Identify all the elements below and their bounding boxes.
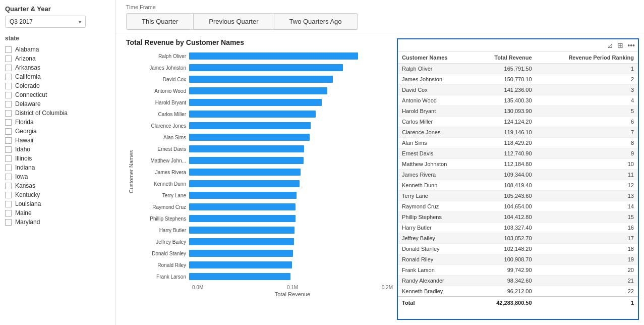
- cell-rank: 3: [536, 85, 638, 95]
- state-checkbox[interactable]: [5, 128, 12, 135]
- cell-name: Jeffrey Bailey: [398, 233, 473, 244]
- state-item[interactable]: Delaware: [5, 99, 110, 109]
- state-item[interactable]: District of Columbia: [5, 109, 110, 118]
- state-item[interactable]: Maine: [5, 208, 110, 218]
- main-content: Time Frame This QuarterPrevious QuarterT…: [116, 0, 644, 325]
- bar-fill: [189, 145, 304, 152]
- state-checkbox[interactable]: [5, 92, 12, 98]
- state-checkbox[interactable]: [5, 146, 12, 153]
- state-item[interactable]: California: [5, 72, 110, 81]
- quarter-year-dropdown[interactable]: Q3 2017 ▾: [5, 16, 86, 28]
- more-icon[interactable]: •••: [627, 41, 635, 49]
- chart-section: Total Revenue by Customer Names Customer…: [126, 38, 393, 320]
- state-name: Alabama: [15, 46, 39, 53]
- state-item[interactable]: Indiana: [5, 163, 110, 172]
- state-checkbox[interactable]: [5, 201, 12, 207]
- state-checkbox[interactable]: [5, 183, 12, 189]
- state-item[interactable]: Arkansas: [5, 63, 110, 72]
- state-item[interactable]: Kansas: [5, 181, 110, 190]
- table-row: James Rivera 109,344.00 11: [398, 170, 638, 180]
- state-checkbox[interactable]: [5, 192, 12, 198]
- bar-label: Harold Bryant: [136, 100, 189, 105]
- cell-rank: 2: [536, 74, 638, 85]
- state-item[interactable]: Connecticut: [5, 90, 110, 99]
- state-checkbox[interactable]: [5, 46, 12, 53]
- filter-icon[interactable]: ⊿: [607, 41, 613, 49]
- sidebar-title: Quarter & Year: [5, 5, 110, 13]
- state-checkbox[interactable]: [5, 155, 12, 162]
- state-item[interactable]: Hawaii: [5, 136, 110, 145]
- cell-rank: 21: [536, 276, 638, 286]
- table-row: James Johnston 150,770.10 2: [398, 74, 638, 85]
- state-checkbox[interactable]: [5, 101, 12, 107]
- state-checkbox[interactable]: [5, 110, 12, 117]
- tf-btn-previous-quarter[interactable]: Previous Quarter: [194, 13, 274, 30]
- state-checkbox[interactable]: [5, 174, 12, 180]
- bar-container: [189, 111, 393, 118]
- cell-rank: 13: [536, 191, 638, 201]
- state-item[interactable]: Florida: [5, 118, 110, 127]
- table-section: ⊿ ⊞ ••• Customer Names Total Revenue Rev…: [397, 38, 639, 320]
- state-item[interactable]: Colorado: [5, 81, 110, 90]
- state-checkbox[interactable]: [5, 65, 12, 71]
- state-item[interactable]: Iowa: [5, 172, 110, 181]
- revenue-table: Customer Names Total Revenue Revenue Per…: [398, 52, 638, 308]
- table-row: Clarence Jones 119,146.10 7: [398, 127, 638, 138]
- cell-rank: 16: [536, 223, 638, 233]
- bar-row: Ralph Oliver: [136, 50, 393, 62]
- state-item[interactable]: Arizona: [5, 54, 110, 63]
- table-row: Ernest Davis 112,740.90 9: [398, 148, 638, 159]
- chevron-down-icon: ▾: [79, 19, 81, 25]
- tf-btn-two-quarters-ago[interactable]: Two Quarters Ago: [274, 13, 358, 30]
- state-checkbox[interactable]: [5, 56, 12, 62]
- state-checkbox[interactable]: [5, 137, 12, 144]
- cell-revenue: 112,740.90: [473, 148, 536, 159]
- bar-label: Ronald Riley: [136, 262, 189, 268]
- col-customer-names: Customer Names: [398, 52, 473, 64]
- state-item[interactable]: Georgia: [5, 127, 110, 136]
- state-checkbox[interactable]: [5, 74, 12, 80]
- bar-row: Harry Butler: [136, 225, 393, 236]
- cell-name: Phillip Stephens: [398, 212, 473, 223]
- state-checkbox[interactable]: [5, 119, 12, 126]
- cell-name: David Cox: [398, 85, 473, 95]
- state-checkbox[interactable]: [5, 165, 12, 171]
- bar-label: Terry Lane: [136, 193, 189, 198]
- state-checkbox[interactable]: [5, 219, 12, 226]
- cell-name: Kenneth Bradley: [398, 286, 473, 297]
- bar-label: James Rivera: [136, 170, 189, 175]
- state-item[interactable]: Idaho: [5, 145, 110, 154]
- bar-row: Harold Bryant: [136, 97, 393, 108]
- table-row: Kenneth Bradley 96,212.00 22: [398, 286, 638, 297]
- state-item[interactable]: Illinois: [5, 154, 110, 163]
- state-checkbox[interactable]: [5, 210, 12, 216]
- cell-name: Terry Lane: [398, 191, 473, 201]
- bar-container: [189, 227, 393, 234]
- cell-revenue: 109,344.00: [473, 170, 536, 180]
- table-scroll[interactable]: Customer Names Total Revenue Revenue Per…: [398, 52, 638, 319]
- state-item[interactable]: Louisiana: [5, 199, 110, 208]
- x-tick: 0.2M: [382, 285, 393, 290]
- x-axis-ticks: 0.0M0.1M0.2M: [136, 285, 393, 290]
- bar-fill: [189, 227, 295, 234]
- bar-fill: [189, 203, 296, 210]
- state-name: California: [15, 73, 41, 80]
- state-item[interactable]: Maryland: [5, 218, 110, 227]
- state-checkbox[interactable]: [5, 83, 12, 89]
- cell-name: Ralph Oliver: [398, 64, 473, 74]
- chart-title: Total Revenue by Customer Names: [126, 38, 393, 46]
- footer-revenue: 42,283,800.50: [473, 297, 536, 308]
- cell-rank: 19: [536, 254, 638, 265]
- cell-rank: 6: [536, 117, 638, 127]
- state-item[interactable]: Alabama: [5, 45, 110, 54]
- bar-fill: [189, 215, 296, 222]
- cell-revenue: 99,742.90: [473, 265, 536, 276]
- state-item[interactable]: Kentucky: [5, 190, 110, 199]
- bar-container: [189, 261, 393, 268]
- tf-btn-this-quarter[interactable]: This Quarter: [126, 13, 194, 30]
- bar-container: [189, 134, 393, 141]
- expand-icon[interactable]: ⊞: [617, 41, 623, 49]
- cell-rank: 4: [536, 95, 638, 106]
- cell-name: Alan Sims: [398, 138, 473, 148]
- state-name: Maine: [15, 209, 32, 216]
